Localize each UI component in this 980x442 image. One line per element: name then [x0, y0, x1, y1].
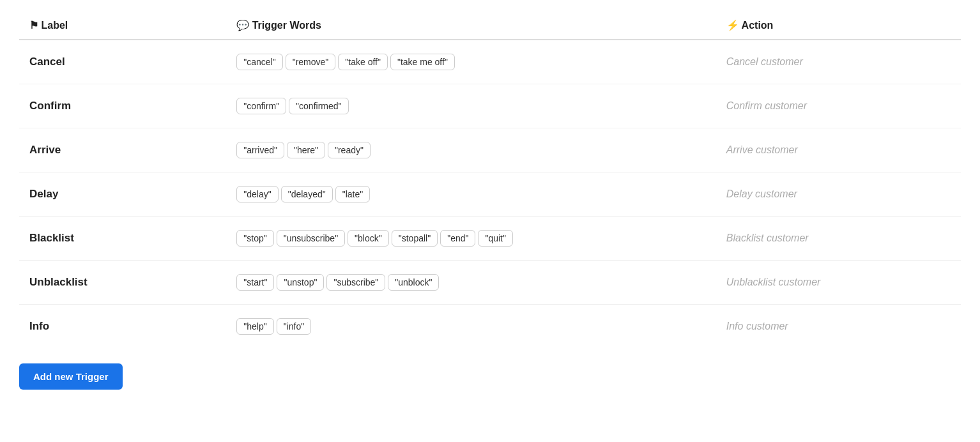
row-label: Cancel — [19, 40, 226, 84]
row-action: Delay customer — [716, 172, 961, 217]
row-triggers: "confirm""confirmed" — [226, 84, 716, 128]
action-column-header: ⚡ Action — [716, 13, 961, 40]
triggers-column-header: 💬 Trigger Words — [226, 13, 716, 40]
row-label: Unblacklist — [19, 261, 226, 305]
trigger-tag: "remove" — [286, 54, 336, 70]
row-action: Blacklist customer — [716, 217, 961, 261]
row-action: Info customer — [716, 305, 961, 349]
row-triggers: "stop""unsubscribe""block""stopall""end"… — [226, 217, 716, 261]
trigger-tag: "stop" — [236, 230, 273, 247]
row-label: Info — [19, 305, 226, 349]
label-column-header: ⚑ Label — [19, 13, 226, 40]
trigger-tag: "take me off" — [390, 54, 455, 70]
trigger-tag: "ready" — [328, 142, 371, 158]
row-label: Confirm — [19, 84, 226, 128]
trigger-tag: "help" — [236, 318, 273, 335]
trigger-tag: "stopall" — [392, 230, 438, 247]
table-row: Blacklist"stop""unsubscribe""block""stop… — [19, 217, 961, 261]
label-icon: ⚑ — [29, 20, 38, 31]
main-container: ⚑ Label 💬 Trigger Words ⚡ Action Cancel"… — [0, 0, 980, 415]
table-row: Info"help""info"Info customer — [19, 305, 961, 349]
trigger-tag: "cancel" — [236, 54, 282, 70]
row-triggers: "start""unstop""subscribe""unblock" — [226, 261, 716, 305]
table-row: Delay"delay""delayed""late"Delay custome… — [19, 172, 961, 217]
trigger-tag: "confirm" — [236, 98, 286, 114]
row-triggers: "arrived""here""ready" — [226, 128, 716, 172]
row-action: Confirm customer — [716, 84, 961, 128]
chat-icon: 💬 — [236, 20, 249, 31]
table-row: Unblacklist"start""unstop""subscribe""un… — [19, 261, 961, 305]
table-header-row: ⚑ Label 💬 Trigger Words ⚡ Action — [19, 13, 961, 40]
triggers-table: ⚑ Label 💬 Trigger Words ⚡ Action Cancel"… — [19, 13, 961, 348]
add-trigger-button[interactable]: Add new Trigger — [19, 363, 123, 390]
triggers-column-title: Trigger Words — [252, 20, 321, 31]
row-triggers: "delay""delayed""late" — [226, 172, 716, 217]
trigger-tag: "take off" — [338, 54, 388, 70]
row-triggers: "cancel""remove""take off""take me off" — [226, 40, 716, 84]
trigger-tag: "unstop" — [277, 274, 324, 291]
row-action: Cancel customer — [716, 40, 961, 84]
trigger-tag: "info" — [277, 318, 312, 335]
trigger-tag: "arrived" — [236, 142, 284, 158]
table-row: Cancel"cancel""remove""take off""take me… — [19, 40, 961, 84]
trigger-tag: "unsubscribe" — [277, 230, 345, 247]
trigger-tag: "confirmed" — [289, 98, 348, 114]
trigger-tag: "delay" — [236, 186, 278, 202]
trigger-tag: "delayed" — [281, 186, 333, 202]
trigger-tag: "block" — [348, 230, 389, 247]
table-row: Confirm"confirm""confirmed"Confirm custo… — [19, 84, 961, 128]
trigger-tag: "late" — [335, 186, 371, 202]
trigger-tag: "unblock" — [388, 274, 439, 291]
row-triggers: "help""info" — [226, 305, 716, 349]
trigger-tag: "end" — [440, 230, 475, 247]
trigger-tag: "subscribe" — [326, 274, 385, 291]
action-column-title: Action — [742, 20, 774, 31]
row-action: Arrive customer — [716, 128, 961, 172]
row-label: Arrive — [19, 128, 226, 172]
bolt-icon: ⚡ — [726, 20, 739, 31]
trigger-tag: "quit" — [478, 230, 513, 247]
trigger-tag: "start" — [236, 274, 274, 291]
label-column-title: Label — [41, 20, 68, 31]
trigger-tag: "here" — [287, 142, 325, 158]
row-label: Blacklist — [19, 217, 226, 261]
table-row: Arrive"arrived""here""ready"Arrive custo… — [19, 128, 961, 172]
row-label: Delay — [19, 172, 226, 217]
row-action: Unblacklist customer — [716, 261, 961, 305]
